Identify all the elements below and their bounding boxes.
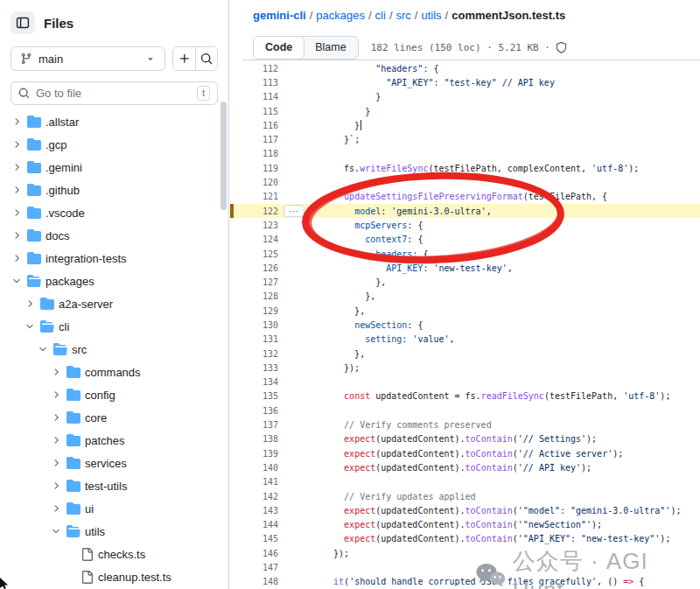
chevron-right-icon[interactable]	[10, 161, 23, 173]
line-number[interactable]: 136	[230, 406, 278, 416]
sidebar-item--gemini[interactable]: .gemini	[7, 156, 228, 179]
line-number[interactable]: 142	[230, 492, 278, 501]
sidebar-item-src[interactable]: src	[7, 338, 228, 361]
sidebar-scrollbar[interactable]	[220, 102, 227, 210]
line-number[interactable]: 147	[230, 563, 278, 572]
tab-blame[interactable]: Blame	[304, 37, 357, 59]
search-icon	[200, 53, 213, 65]
line-number[interactable]: 126	[230, 263, 278, 273]
line-number[interactable]: 113	[230, 78, 278, 88]
sidebar-item-integration-tests[interactable]: integration-tests	[7, 247, 228, 270]
line-menu-button[interactable]: ···	[284, 205, 304, 217]
chevron-right-icon[interactable]	[50, 366, 62, 378]
chevron-right-icon[interactable]	[10, 138, 23, 151]
sidebar-item-patches[interactable]: patches	[7, 429, 228, 452]
sidebar-item-utils[interactable]: utils	[7, 520, 228, 543]
line-number[interactable]: 137	[230, 420, 278, 430]
breadcrumb-link-utils[interactable]: utils	[421, 9, 441, 22]
line-number[interactable]: 118	[230, 149, 278, 158]
line-number[interactable]: 112	[230, 64, 278, 74]
sidebar-item-config[interactable]: config	[7, 383, 228, 406]
tree-item-label: utils	[85, 525, 105, 538]
chevron-down-icon[interactable]	[10, 275, 23, 287]
line-number[interactable]: 140	[230, 463, 278, 473]
chevron-right-icon[interactable]	[10, 116, 23, 128]
sidebar-item--github[interactable]: .github	[7, 179, 228, 201]
sidebar-item--gcp[interactable]: .gcp	[7, 133, 228, 156]
line-number[interactable]: 119	[230, 164, 278, 173]
breadcrumb-link-packages[interactable]: packages	[316, 9, 365, 22]
line-number[interactable]: 125	[230, 249, 278, 259]
breadcrumb-link-gemini-cli[interactable]: gemini-cli	[253, 9, 306, 22]
chevron-right-icon[interactable]	[24, 298, 36, 310]
breadcrumb-link-src[interactable]: src	[396, 9, 411, 22]
sidebar-item-checks-ts[interactable]: checks.ts	[7, 543, 228, 565]
sidebar-item-core[interactable]: core	[7, 406, 228, 429]
line-number[interactable]: 144	[230, 520, 278, 529]
line-number[interactable]: 139	[230, 449, 278, 459]
line-number[interactable]: 116	[230, 121, 278, 130]
line-number[interactable]: 131	[230, 334, 278, 344]
chevron-right-icon[interactable]	[50, 480, 62, 492]
tree-item-label: a2a-server	[59, 298, 113, 311]
tab-code[interactable]: Code	[253, 36, 304, 60]
chevron-right-icon[interactable]	[50, 389, 62, 401]
sidebar-item-ui[interactable]: ui	[7, 497, 228, 520]
sidebar-item--allstar[interactable]: .allstar	[7, 110, 228, 133]
line-number[interactable]: 117	[230, 135, 278, 144]
chevron-right-icon[interactable]	[10, 229, 23, 242]
line-number[interactable]: 143	[230, 506, 278, 515]
chevron-right-icon[interactable]	[50, 502, 62, 515]
collapse-sidebar-button[interactable]	[10, 11, 35, 34]
line-number[interactable]: 145	[230, 534, 278, 543]
chevron-right-icon[interactable]	[10, 252, 23, 264]
search-tree-button[interactable]	[195, 47, 217, 70]
line-number[interactable]: 115	[230, 107, 278, 116]
sidebar-item-cleanup-test-ts[interactable]: cleanup.test.ts	[7, 565, 228, 588]
sidebar-item-commands[interactable]: commands	[7, 361, 228, 383]
sidebar-item-test-utils[interactable]: test-utils	[7, 474, 228, 497]
line-number[interactable]: 127	[230, 277, 278, 287]
line-number[interactable]: 122	[230, 207, 278, 216]
sidebar-item-docs[interactable]: docs	[7, 224, 228, 247]
sidebar-item-cli[interactable]: cli	[7, 315, 228, 338]
line-number[interactable]: 130	[230, 320, 278, 330]
sidebar-item--vscode[interactable]: .vscode	[7, 201, 228, 224]
folder-open-icon	[27, 274, 41, 288]
chevron-right-icon[interactable]	[50, 434, 62, 446]
line-number[interactable]: 132	[230, 349, 278, 359]
line-number[interactable]: 138	[230, 434, 278, 444]
chevron-right-icon[interactable]	[50, 457, 62, 469]
tree-item-label: .gemini	[46, 161, 82, 174]
line-number[interactable]: 123	[230, 221, 278, 230]
go-to-file-input[interactable]: Go to file t	[10, 81, 218, 105]
line-number[interactable]: 134	[230, 377, 278, 387]
chevron-right-icon[interactable]	[10, 184, 23, 196]
line-number[interactable]: 120	[230, 178, 278, 187]
chevron-down-icon[interactable]	[50, 525, 62, 537]
sidebar-item-services[interactable]: services	[7, 452, 228, 474]
chevron-right-icon	[11, 139, 22, 150]
branch-name: main	[38, 53, 139, 66]
line-number[interactable]: 146	[230, 549, 278, 558]
line-number[interactable]: 129	[230, 306, 278, 316]
sidebar-item-a2a-server[interactable]: a2a-server	[7, 292, 228, 315]
chevron-down-icon[interactable]	[37, 343, 49, 355]
line-number[interactable]: 148	[230, 577, 278, 586]
mouse-cursor	[0, 578, 9, 589]
line-number[interactable]: 114	[230, 92, 278, 102]
chevron-down-icon[interactable]	[24, 320, 36, 333]
line-number[interactable]: 141	[230, 477, 278, 487]
chevron-right-icon[interactable]	[50, 411, 62, 424]
breadcrumb-link-cli[interactable]: cli	[375, 9, 386, 22]
line-number[interactable]: 124	[230, 235, 278, 244]
branch-selector[interactable]: main	[10, 46, 165, 71]
chevron-right-icon	[11, 162, 22, 172]
line-number[interactable]: 121	[230, 192, 278, 201]
chevron-right-icon[interactable]	[10, 207, 23, 219]
line-number[interactable]: 128	[230, 291, 278, 301]
new-file-button[interactable]	[173, 47, 195, 70]
line-number[interactable]: 133	[230, 363, 278, 373]
line-number[interactable]: 135	[230, 391, 278, 401]
sidebar-item-packages[interactable]: packages	[7, 270, 228, 292]
